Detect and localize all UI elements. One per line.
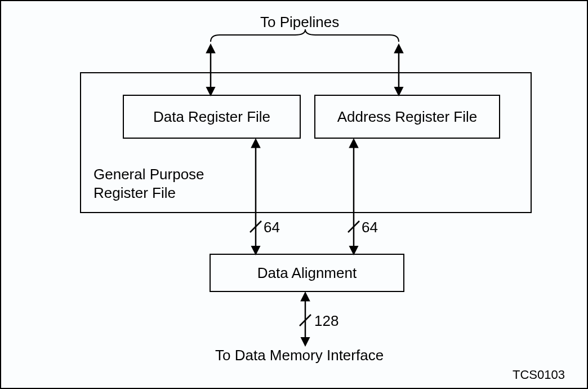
data-register-file-label: Data Register File: [153, 108, 270, 126]
data-alignment-box: Data Alignment: [210, 254, 404, 292]
to-pipelines-label: To Pipelines: [260, 14, 339, 31]
to-memory-label: To Data Memory Interface: [215, 347, 384, 364]
slash-icon: [300, 315, 311, 326]
slash-icon: [250, 221, 261, 232]
bus-left-label: 64: [264, 219, 280, 236]
bus-bottom-label: 128: [314, 312, 338, 330]
data-alignment-label: Data Alignment: [257, 264, 357, 282]
address-register-file-label: Address Register File: [337, 108, 478, 126]
diagram-canvas: To Pipelines General PurposeRegister Fil…: [0, 0, 588, 389]
address-register-file-box: Address Register File: [314, 95, 500, 139]
bus-right-label: 64: [362, 219, 378, 236]
gpr-file-box: General PurposeRegister File: [80, 72, 532, 213]
slash-icon: [348, 221, 359, 232]
data-register-file-box: Data Register File: [123, 95, 301, 139]
diagram-tag: TCS0103: [513, 368, 565, 382]
brace-icon: [211, 29, 399, 42]
gpr-file-label: General PurposeRegister File: [93, 165, 204, 202]
